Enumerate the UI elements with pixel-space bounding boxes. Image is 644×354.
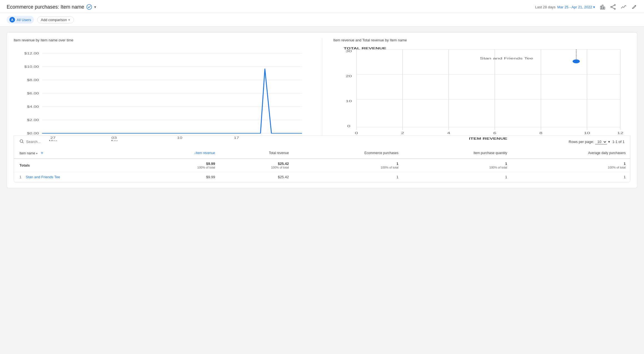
- svg-text:10: 10: [346, 99, 352, 103]
- svg-text:6: 6: [493, 131, 496, 135]
- share-icon[interactable]: [610, 4, 616, 10]
- svg-text:03: 03: [111, 136, 117, 139]
- data-table: Item name ▾ + ↓Item revenue Total revenu…: [14, 148, 630, 182]
- header-icons: [600, 4, 637, 10]
- col-item-revenue[interactable]: ↓Item revenue: [143, 148, 220, 159]
- svg-text:0: 0: [347, 124, 350, 128]
- svg-text:$4.00: $4.00: [27, 105, 39, 108]
- line-chart-section: Item revenue by Item name over time $12.…: [14, 38, 311, 135]
- svg-text:20: 20: [346, 74, 352, 78]
- date-range-value[interactable]: Mar 25 - Apr 21, 2022 ▾: [557, 5, 595, 9]
- bar-chart-icon[interactable]: [600, 4, 606, 10]
- line-chart-title: Item revenue by Item name over time: [14, 38, 311, 42]
- svg-text:ITEM REVENUE: ITEM REVENUE: [469, 137, 507, 140]
- svg-text:0: 0: [355, 131, 358, 135]
- svg-text:Stan and Friends Tee: Stan and Friends Tee: [480, 57, 533, 60]
- edit-icon[interactable]: [631, 4, 637, 10]
- svg-point-0: [87, 4, 92, 9]
- svg-point-6: [614, 8, 615, 9]
- totals-ecommerce-purchases: 1 100% of total: [293, 159, 403, 172]
- svg-text:$10.00: $10.00: [24, 65, 39, 68]
- svg-text:4: 4: [447, 131, 450, 135]
- add-comparison-plus-icon: +: [68, 18, 70, 22]
- avatar: A: [9, 17, 15, 22]
- add-comparison-label: Add comparison: [41, 18, 67, 22]
- totals-total-revenue: $25.42 100% of total: [219, 159, 293, 172]
- col-sort-icon: ▾: [36, 152, 38, 155]
- add-comparison-button[interactable]: Add comparison +: [37, 16, 74, 23]
- all-users-label: All Users: [17, 18, 31, 22]
- all-users-chip[interactable]: A All Users: [7, 16, 34, 24]
- table-header-row: Item name ▾ + ↓Item revenue Total revenu…: [14, 148, 630, 159]
- svg-text:27: 27: [50, 136, 56, 139]
- col-item-purchase-quantity[interactable]: Item purchase quantity: [403, 148, 511, 159]
- svg-text:$8.00: $8.00: [27, 78, 39, 82]
- col-ecommerce-purchases[interactable]: Ecommerce purchases: [293, 148, 403, 159]
- charts-card: Item revenue by Item name over time $12.…: [7, 32, 637, 188]
- totals-label: Totals: [14, 159, 143, 172]
- col-avg-daily-purchasers[interactable]: Average daily purchasers: [512, 148, 630, 159]
- svg-line-8: [612, 7, 614, 9]
- svg-line-57: [23, 142, 23, 143]
- row-number: 1: [19, 175, 21, 179]
- svg-line-7: [612, 5, 614, 7]
- svg-text:2: 2: [401, 131, 404, 135]
- svg-text:8: 8: [539, 131, 542, 135]
- compare-icon[interactable]: [621, 4, 627, 10]
- row-ecommerce-purchases: 1: [293, 172, 403, 182]
- totals-item-purchase-quantity: 1 100% of total: [403, 159, 511, 172]
- svg-text:10: 10: [177, 136, 182, 139]
- table-section: Rows per page: 10 25 50 ▾ 1-1 of 1: [14, 135, 630, 182]
- svg-text:$6.00: $6.00: [27, 92, 39, 95]
- row-item-purchase-quantity: 1: [403, 172, 511, 182]
- svg-point-5: [611, 6, 612, 7]
- chart-divider: [322, 38, 322, 135]
- header-right: Last 28 days Mar 25 - Apr 21, 2022 ▾: [535, 4, 637, 10]
- svg-text:$12.00: $12.00: [24, 52, 39, 55]
- main-content: Item revenue by Item name over time $12.…: [0, 27, 644, 194]
- date-dropdown-icon[interactable]: ▾: [593, 5, 595, 9]
- scatter-chart-title: Item revenue and Total revenue by Item n…: [333, 38, 631, 42]
- totals-row: Totals $9.99 100% of total $25.42 100% o…: [14, 159, 630, 172]
- row-total-revenue: $25.42: [219, 172, 293, 182]
- page-title: Ecommerce purchases: Item name: [7, 4, 84, 10]
- filter-bar: A All Users Add comparison +: [0, 13, 644, 27]
- svg-text:17: 17: [234, 136, 239, 139]
- row-avg-daily-purchasers: 1: [512, 172, 630, 182]
- row-item-name: 1 Stan and Friends Tee: [14, 172, 143, 182]
- svg-text:Apr: Apr: [110, 139, 118, 141]
- title-dropdown-icon[interactable]: ▾: [94, 5, 96, 9]
- svg-text:12: 12: [617, 131, 623, 135]
- page-header: Ecommerce purchases: Item name ▾ Last 28…: [0, 0, 644, 13]
- svg-rect-1: [600, 6, 601, 9]
- scatter-chart-section: Item revenue and Total revenue by Item n…: [333, 38, 631, 135]
- line-chart-container: $12.00 $10.00 $8.00 $6.00 $4.00 $2.00 $0…: [14, 47, 311, 135]
- svg-text:$0.00: $0.00: [27, 132, 39, 135]
- svg-point-4: [614, 4, 615, 6]
- date-range: Last 28 days Mar 25 - Apr 21, 2022 ▾: [535, 5, 595, 9]
- header-left: Ecommerce purchases: Item name ▾: [7, 4, 96, 10]
- date-label: Last 28 days: [535, 5, 556, 9]
- totals-avg-daily-purchasers: 1 100% of total: [512, 159, 630, 172]
- item-name-link[interactable]: Stan and Friends Tee: [26, 175, 60, 179]
- col-item-name[interactable]: Item name ▾ +: [14, 148, 143, 159]
- col-total-revenue[interactable]: Total revenue: [219, 148, 293, 159]
- table-row: 1 Stan and Friends Tee $9.99 $25.42 1 1 …: [14, 172, 630, 182]
- charts-row: Item revenue by Item name over time $12.…: [14, 38, 630, 135]
- svg-text:10: 10: [584, 131, 590, 135]
- scatter-chart-container: 30 20 10 0 TOTAL REVENUE: [333, 47, 631, 135]
- svg-rect-2: [602, 5, 603, 9]
- svg-rect-3: [604, 7, 605, 9]
- col-add-icon[interactable]: +: [41, 150, 43, 155]
- svg-text:Mar: Mar: [49, 139, 57, 141]
- totals-item-revenue: $9.99 100% of total: [143, 159, 220, 172]
- svg-text:$2.00: $2.00: [27, 118, 39, 122]
- status-check-icon: [86, 4, 92, 10]
- row-item-revenue: $9.99: [143, 172, 220, 182]
